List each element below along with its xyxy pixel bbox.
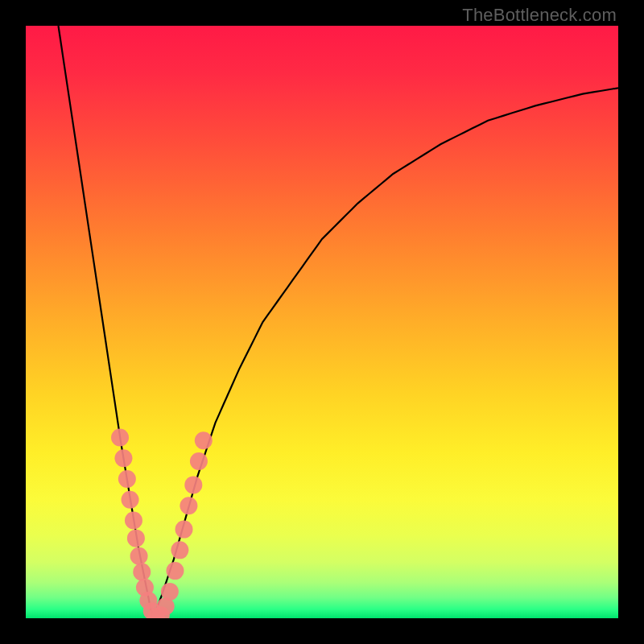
data-point (118, 470, 136, 488)
data-point (195, 431, 213, 449)
watermark-text: TheBottleneck.com (462, 5, 617, 26)
bottleneck-chart (26, 26, 618, 618)
chart-frame: TheBottleneck.com (0, 0, 644, 644)
data-point (133, 564, 151, 581)
data-point (190, 452, 208, 470)
data-point (175, 521, 193, 539)
data-point (184, 476, 202, 493)
data-point (125, 512, 142, 530)
data-point (161, 583, 179, 601)
data-point (122, 491, 139, 509)
data-point (166, 562, 184, 580)
data-point (180, 497, 197, 514)
plot-area (26, 26, 618, 618)
data-point (130, 547, 148, 565)
data-point (114, 449, 132, 467)
data-point (127, 530, 145, 547)
gradient-background (26, 26, 618, 618)
data-point (171, 541, 188, 559)
data-point (111, 429, 129, 447)
